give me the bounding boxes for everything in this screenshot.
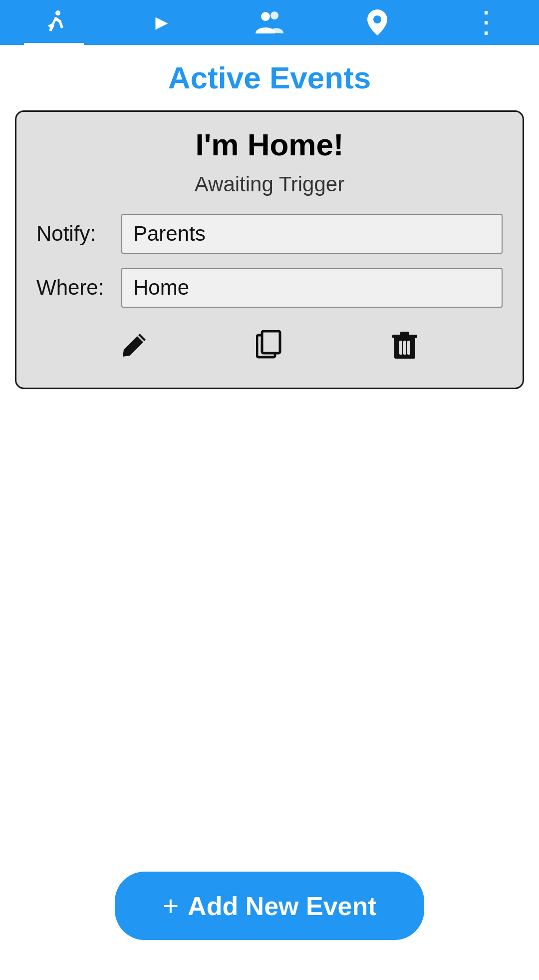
plus-icon: + bbox=[162, 890, 179, 922]
svg-rect-9 bbox=[399, 341, 402, 355]
edit-button[interactable] bbox=[112, 323, 157, 368]
svg-rect-10 bbox=[403, 341, 406, 355]
svg-point-3 bbox=[373, 15, 381, 23]
more-icon: ⋮ bbox=[471, 13, 499, 31]
svg-point-0 bbox=[55, 10, 60, 15]
add-button-label: Add New Event bbox=[188, 891, 377, 921]
send-icon: ► bbox=[151, 12, 172, 33]
top-navigation: ► ⋮ bbox=[0, 0, 539, 45]
where-field: Where: Home bbox=[36, 268, 503, 308]
events-list: I'm Home! Awaiting Trigger Notify: Paren… bbox=[0, 105, 539, 409]
where-label: Where: bbox=[36, 276, 121, 300]
trash-icon bbox=[392, 331, 417, 360]
copy-button[interactable] bbox=[247, 323, 292, 368]
nav-item-location[interactable] bbox=[347, 0, 407, 45]
location-icon bbox=[366, 8, 388, 36]
nav-item-send[interactable]: ► bbox=[132, 0, 192, 45]
page-title: Active Events bbox=[0, 45, 539, 105]
svg-rect-11 bbox=[407, 341, 410, 355]
svg-point-1 bbox=[261, 12, 270, 21]
where-value: Home bbox=[121, 268, 503, 308]
pencil-icon bbox=[121, 332, 148, 359]
svg-rect-8 bbox=[400, 332, 409, 336]
running-icon bbox=[41, 9, 67, 35]
event-title: I'm Home! bbox=[36, 127, 503, 162]
add-new-event-button[interactable]: + Add New Event bbox=[115, 872, 424, 940]
nav-item-more[interactable]: ⋮ bbox=[455, 0, 515, 45]
event-card: I'm Home! Awaiting Trigger Notify: Paren… bbox=[15, 110, 524, 389]
delete-button[interactable] bbox=[382, 323, 427, 368]
nav-item-contacts[interactable] bbox=[240, 0, 299, 45]
copy-icon bbox=[256, 330, 283, 360]
people-icon bbox=[256, 9, 283, 35]
svg-point-2 bbox=[270, 11, 278, 19]
card-actions bbox=[36, 323, 503, 368]
svg-rect-5 bbox=[262, 331, 280, 353]
notify-field: Notify: Parents bbox=[36, 214, 503, 254]
nav-item-activity[interactable] bbox=[24, 0, 84, 45]
event-status: Awaiting Trigger bbox=[36, 172, 503, 196]
notify-value: Parents bbox=[121, 214, 503, 254]
notify-label: Notify: bbox=[36, 222, 121, 246]
